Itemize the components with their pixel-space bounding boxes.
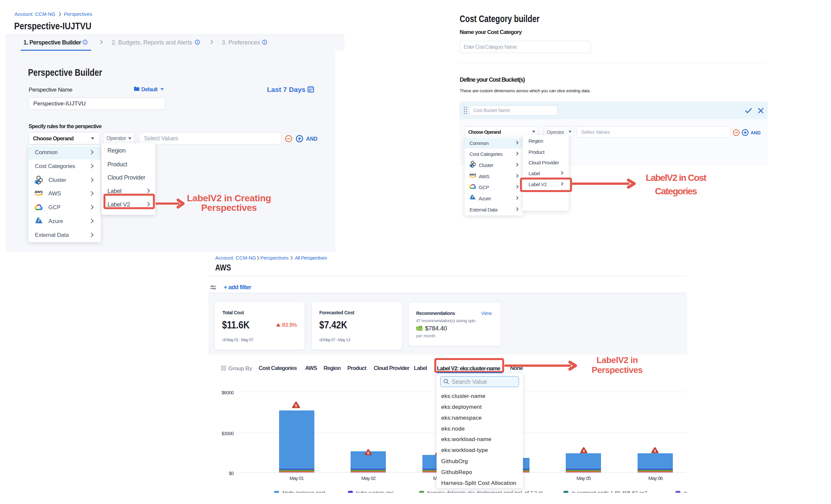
- svg-text:5: 5: [367, 451, 369, 455]
- svg-text:4: 4: [654, 449, 656, 453]
- svg-text:5: 5: [295, 404, 297, 408]
- svg-text:4: 4: [582, 449, 585, 453]
- svg-text:aws: aws: [469, 172, 476, 176]
- svg-text:aws: aws: [35, 189, 43, 194]
